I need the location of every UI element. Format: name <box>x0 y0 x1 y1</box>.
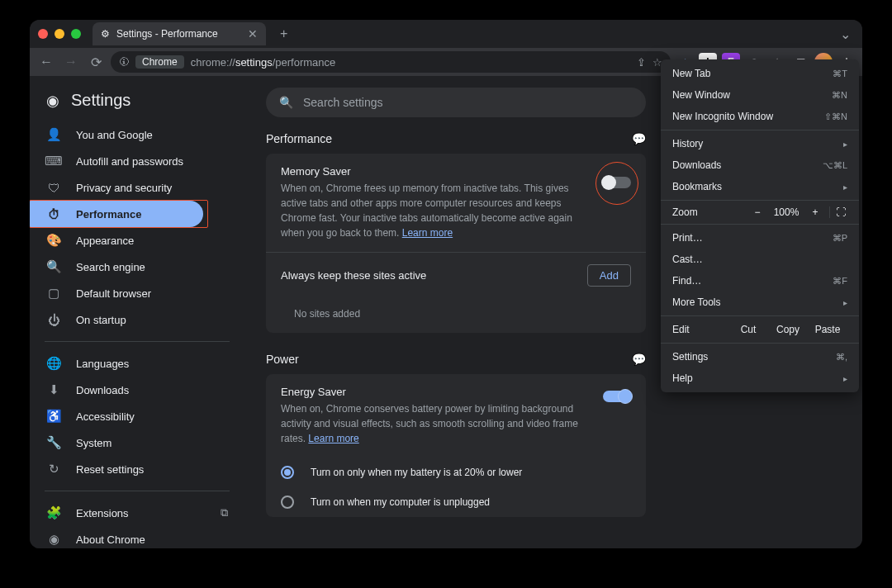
sidebar-item-label: Downloads <box>76 384 129 396</box>
url-bold: settings <box>235 56 273 69</box>
autofill-icon: ⌨ <box>46 154 61 168</box>
menu-cast[interactable]: Cast… <box>661 249 859 270</box>
reload-button[interactable]: ⟳ <box>86 52 106 72</box>
download-icon: ⬇ <box>46 382 61 397</box>
window-zoom[interactable] <box>71 29 81 39</box>
fullscreen-button[interactable]: ⛶ <box>829 206 851 218</box>
zoom-value: 100% <box>768 206 804 218</box>
learn-more-link[interactable]: Learn more <box>308 433 358 444</box>
speed-icon: ⏱ <box>46 207 61 221</box>
menu-print[interactable]: Print…⌘P <box>661 227 859 249</box>
sidebar-item-label: On startup <box>76 314 126 326</box>
menu-new-window[interactable]: New Window⌘N <box>661 84 859 106</box>
sidebar-item-label: Search engine <box>76 261 145 273</box>
sidebar-item-privacy[interactable]: 🛡Privacy and security <box>30 174 244 201</box>
radio-option-unplugged[interactable]: Turn on when my computer is unplugged <box>266 487 646 517</box>
feedback-icon[interactable]: 💬 <box>632 132 646 145</box>
menu-history[interactable]: History▸ <box>661 133 859 154</box>
tab-bar: ⚙ Settings - Performance ✕ + ⌄ <box>30 20 862 48</box>
browser-tab[interactable]: ⚙ Settings - Performance ✕ <box>93 22 266 45</box>
copy-button[interactable]: Copy <box>768 324 808 335</box>
learn-more-link[interactable]: Learn more <box>402 227 453 239</box>
sidebar-item-about[interactable]: ◉About Chrome <box>30 526 244 548</box>
secure-icon: 🛈 <box>119 56 129 68</box>
power-heading-row: Power 💬 <box>266 353 646 366</box>
energy-saver-desc: When on, Chrome conserves battery power … <box>281 401 631 446</box>
external-link-icon: ⧉ <box>221 506 228 519</box>
sidebar-item-label: System <box>76 437 112 449</box>
sidebar-item-downloads[interactable]: ⬇Downloads <box>30 377 244 403</box>
sidebar-item-performance[interactable]: ⏱Performance <box>30 201 203 227</box>
menu-divider <box>661 315 859 316</box>
add-button[interactable]: Add <box>587 264 631 287</box>
sidebar-item-languages[interactable]: 🌐Languages <box>30 350 244 377</box>
menu-find[interactable]: Find…⌘F <box>661 270 859 292</box>
chevron-down-icon[interactable]: ⌄ <box>840 26 851 42</box>
search-icon: 🔍 <box>279 96 293 109</box>
wrench-icon: 🔧 <box>46 435 61 450</box>
always-active-row: Always keep these sites active Add <box>266 252 646 298</box>
energy-saver-toggle[interactable] <box>603 391 631 402</box>
sidebar-item-appearance[interactable]: 🎨Appearance <box>30 227 244 254</box>
sidebar-item-you-and-google[interactable]: 👤You and Google <box>30 121 244 148</box>
menu-bookmarks[interactable]: Bookmarks▸ <box>661 176 859 197</box>
sidebar-item-extensions[interactable]: 🧩Extensions⧉ <box>30 500 244 526</box>
window-close[interactable] <box>38 29 48 39</box>
memory-saver-title: Memory Saver <box>281 165 631 178</box>
settings-sidebar: ◉ Settings 👤You and Google ⌨Autofill and… <box>30 76 244 548</box>
close-icon[interactable]: ✕ <box>248 27 258 40</box>
sidebar-item-system[interactable]: 🔧System <box>30 429 244 456</box>
gear-icon: ⚙ <box>101 28 110 40</box>
radio-option-battery[interactable]: Turn on only when my battery is at 20% o… <box>266 458 646 487</box>
sidebar-item-on-startup[interactable]: ⏻On startup <box>30 306 244 333</box>
puzzle-icon: 🧩 <box>46 505 61 520</box>
energy-saver-title: Energy Saver <box>281 386 631 398</box>
sidebar-item-label: About Chrome <box>76 533 145 546</box>
feedback-icon[interactable]: 💬 <box>632 353 646 366</box>
browser-icon: ▢ <box>46 286 61 301</box>
menu-incognito[interactable]: New Incognito Window⇧⌘N <box>661 106 859 127</box>
menu-new-tab[interactable]: New Tab⌘T <box>661 63 859 84</box>
sidebar-item-label: Reset settings <box>76 463 144 476</box>
sidebar-item-default-browser[interactable]: ▢Default browser <box>30 280 244 306</box>
settings-title: Settings <box>71 91 130 110</box>
radio-label: Turn on when my computer is unplugged <box>311 496 490 508</box>
zoom-in-button[interactable]: + <box>804 206 826 218</box>
share-icon[interactable]: ⇪ <box>637 56 646 69</box>
menu-settings[interactable]: Settings⌘, <box>661 346 859 368</box>
search-icon: 🔍 <box>46 259 61 274</box>
omnibox[interactable]: 🛈 Chrome chrome://settings/performance ⇪… <box>111 51 671 73</box>
sidebar-item-label: You and Google <box>76 129 153 141</box>
back-button[interactable]: ← <box>36 52 56 72</box>
energy-saver-row: Energy Saver When on, Chrome conserves b… <box>266 374 646 458</box>
menu-downloads[interactable]: Downloads⌥⌘L <box>661 154 859 176</box>
power-icon: ⏻ <box>46 313 61 327</box>
search-placeholder: Search settings <box>303 96 383 109</box>
sidebar-item-search-engine[interactable]: 🔍Search engine <box>30 254 244 280</box>
sidebar-item-reset[interactable]: ↻Reset settings <box>30 456 244 482</box>
memory-saver-card: Memory Saver When on, Chrome frees up me… <box>266 154 646 333</box>
always-active-label: Always keep these sites active <box>281 269 426 282</box>
url-suffix: /performance <box>273 56 336 69</box>
power-heading: Power <box>266 353 299 366</box>
paste-button[interactable]: Paste <box>808 324 847 335</box>
sidebar-item-label: Privacy and security <box>76 182 172 194</box>
radio-selected-icon <box>281 466 294 479</box>
menu-divider <box>661 224 859 225</box>
menu-divider <box>661 343 859 344</box>
zoom-out-button[interactable]: − <box>747 206 768 218</box>
memory-saver-toggle[interactable] <box>603 177 631 188</box>
reset-icon: ↻ <box>46 462 61 477</box>
cut-button[interactable]: Cut <box>728 324 768 335</box>
new-tab-button[interactable]: + <box>274 26 294 41</box>
sidebar-item-autofill[interactable]: ⌨Autofill and passwords <box>30 148 244 174</box>
window-minimize[interactable] <box>55 29 64 39</box>
forward-button[interactable]: → <box>61 52 81 72</box>
sidebar-item-accessibility[interactable]: ♿Accessibility <box>30 403 244 429</box>
menu-edit: Edit Cut Copy Paste <box>661 319 859 340</box>
sidebar-item-label: Accessibility <box>76 410 135 423</box>
menu-help[interactable]: Help▸ <box>661 368 859 389</box>
url-prefix: chrome:// <box>191 56 235 69</box>
search-settings-input[interactable]: 🔍 Search settings <box>266 88 646 117</box>
menu-more-tools[interactable]: More Tools▸ <box>661 292 859 313</box>
